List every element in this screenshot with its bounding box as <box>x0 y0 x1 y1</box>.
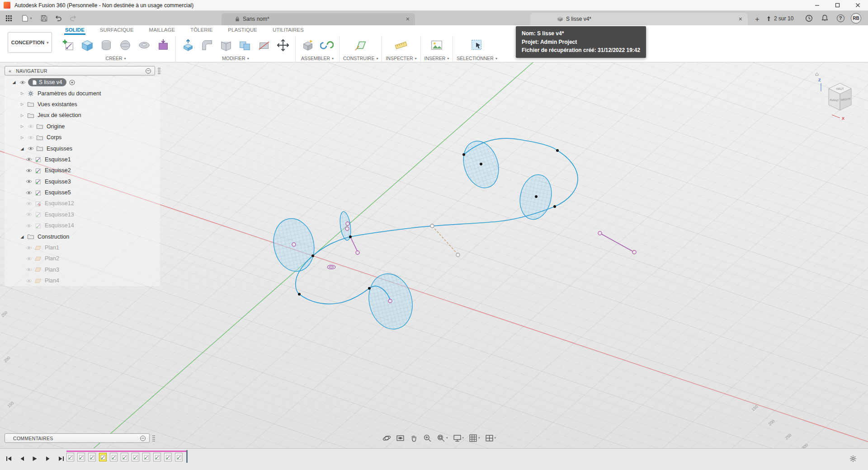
create-torus-button[interactable] <box>136 37 153 54</box>
grid-snap-icon[interactable]: ▾ <box>467 432 482 443</box>
tree-item-corps[interactable]: ▷Corps <box>5 132 160 143</box>
close-window-button[interactable] <box>848 0 868 11</box>
expand-icon[interactable]: ▷ <box>18 136 26 140</box>
create-sketch-button[interactable] <box>60 37 77 54</box>
panel-drag-handle[interactable] <box>152 435 155 442</box>
timeline-settings-gear-icon[interactable] <box>849 455 857 464</box>
eye-icon[interactable] <box>24 191 33 195</box>
tree-item-esquisse5[interactable]: Esquisse5 <box>5 187 160 198</box>
timeline-feature-4[interactable] <box>99 453 107 461</box>
notification-history-icon[interactable] <box>803 13 815 24</box>
zoom-window-icon[interactable]: ▾ <box>435 432 450 443</box>
timeline-feature-9[interactable] <box>153 453 161 461</box>
activate-component-icon[interactable] <box>69 80 75 85</box>
timeline-feature-11[interactable] <box>175 453 183 461</box>
tree-item-jeux-de-sélection[interactable]: ▷Jeux de sélection <box>5 110 160 121</box>
tree-item-esquisses[interactable]: ◢Esquisses <box>5 143 160 154</box>
redo-button[interactable] <box>67 13 79 24</box>
tree-item-paramètres-du-document[interactable]: ▷Paramètres du document <box>5 88 160 99</box>
tree-item-construction[interactable]: ◢Construction <box>5 231 160 242</box>
timeline-feature-3[interactable] <box>88 453 96 461</box>
projected-circle[interactable] <box>327 265 335 269</box>
close-tab-icon[interactable]: × <box>739 16 742 22</box>
timeline-feature-5[interactable] <box>110 453 118 461</box>
ribbon-tab-plastique[interactable]: PLASTIQUE <box>227 26 258 35</box>
close-tab-icon[interactable]: × <box>406 16 410 22</box>
split-body-button[interactable] <box>255 37 273 54</box>
skip-to-end-button[interactable] <box>57 453 65 464</box>
group-label-assembler[interactable]: ASSEMBLER▾ <box>301 56 334 61</box>
eye-icon[interactable] <box>26 124 35 128</box>
panel-options-icon[interactable] <box>146 68 151 74</box>
ribbon-tab-maillage[interactable]: MAILLAGE <box>148 26 176 35</box>
tree-item-esquisse1[interactable]: Esquisse1 <box>5 154 160 165</box>
tree-item-plan1[interactable]: Plan1 <box>5 242 160 253</box>
document-tab-active[interactable]: S lisse v4* × <box>530 13 748 25</box>
expand-icon[interactable]: ▷ <box>18 113 26 118</box>
step-forward-button[interactable] <box>44 453 52 464</box>
eye-icon[interactable] <box>24 157 33 161</box>
timeline-feature-6[interactable] <box>121 453 128 461</box>
measure-button[interactable] <box>392 37 410 54</box>
look-at-icon[interactable] <box>394 432 406 443</box>
orbit-icon[interactable] <box>381 432 393 443</box>
fillet-button[interactable] <box>198 37 216 54</box>
insert-canvas-button[interactable] <box>428 37 445 54</box>
tree-root[interactable]: ◢ S lisse v4 <box>5 77 160 88</box>
eye-icon[interactable] <box>26 146 35 150</box>
job-status[interactable]: 2 sur 10 <box>766 14 793 24</box>
display-settings-icon[interactable]: ▾ <box>451 432 466 443</box>
root-document-node[interactable]: S lisse v4 <box>28 78 66 86</box>
new-document-button[interactable]: + <box>752 14 762 24</box>
tree-item-plan3[interactable]: Plan3 <box>5 264 160 275</box>
skip-to-start-button[interactable] <box>5 453 13 464</box>
eye-icon[interactable] <box>24 179 33 183</box>
tree-item-plan4[interactable]: Plan4 <box>5 275 160 286</box>
expand-icon[interactable]: ▷ <box>18 124 26 128</box>
joint-button[interactable] <box>318 37 335 54</box>
save-button[interactable] <box>38 13 50 24</box>
expand-icon[interactable]: ▷ <box>18 102 26 106</box>
group-label-inserer[interactable]: INSÉRER▾ <box>425 56 449 61</box>
group-label-construire[interactable]: CONSTRUIRE▾ <box>343 56 378 61</box>
ribbon-tab-utilitaires[interactable]: UTILITAIRES <box>272 26 305 35</box>
tree-item-plan2[interactable]: Plan2 <box>5 253 160 264</box>
sketch-ellipse-profiles[interactable] <box>269 136 556 334</box>
document-tab-untitled[interactable]: Sans nom* × <box>222 13 415 25</box>
step-back-button[interactable] <box>18 453 26 464</box>
expand-icon[interactable]: ▷ <box>18 91 26 95</box>
minimize-button[interactable] <box>807 0 827 11</box>
collapse-panel-icon[interactable]: « <box>9 68 11 74</box>
combine-button[interactable] <box>236 37 254 54</box>
eye-icon[interactable] <box>26 136 35 140</box>
zoom-icon[interactable] <box>421 432 434 443</box>
eye-icon[interactable] <box>24 224 33 228</box>
play-button[interactable] <box>31 453 39 464</box>
eye-icon[interactable] <box>24 268 33 272</box>
construct-plane-button[interactable] <box>352 37 369 54</box>
select-button[interactable] <box>468 37 486 54</box>
user-avatar[interactable]: RB <box>851 13 861 24</box>
create-box-button[interactable] <box>79 37 96 54</box>
tree-item-vues-existantes[interactable]: ▷Vues existantes <box>5 99 160 110</box>
undo-button[interactable] <box>52 13 64 24</box>
navigator-header[interactable]: « NAVIGATEUR <box>5 66 155 75</box>
help-icon[interactable]: ? <box>835 13 846 24</box>
maximize-button[interactable] <box>827 0 848 11</box>
move-copy-button[interactable] <box>274 37 292 54</box>
timeline-feature-7[interactable] <box>132 453 139 461</box>
group-label-selectionner[interactable]: SÉLECTIONNER▾ <box>457 56 497 61</box>
panel-drag-handle[interactable] <box>158 67 160 74</box>
expand-icon[interactable]: ◢ <box>18 235 26 239</box>
timeline-playhead[interactable] <box>186 450 188 463</box>
expand-icon[interactable]: ◢ <box>18 146 26 151</box>
group-label-modifier[interactable]: MODIFIER▾ <box>222 56 249 61</box>
timeline-feature-8[interactable] <box>142 453 150 461</box>
timeline-feature-1[interactable] <box>66 453 74 461</box>
tree-item-esquisse12[interactable]: Esquisse12 <box>5 198 160 209</box>
tree-item-origine[interactable]: ▷Origine <box>5 121 160 132</box>
expand-icon[interactable]: ◢ <box>10 80 18 85</box>
eye-icon[interactable] <box>24 202 33 206</box>
eye-icon[interactable] <box>18 80 27 85</box>
group-label-creer[interactable]: CRÉER▾ <box>106 56 126 61</box>
